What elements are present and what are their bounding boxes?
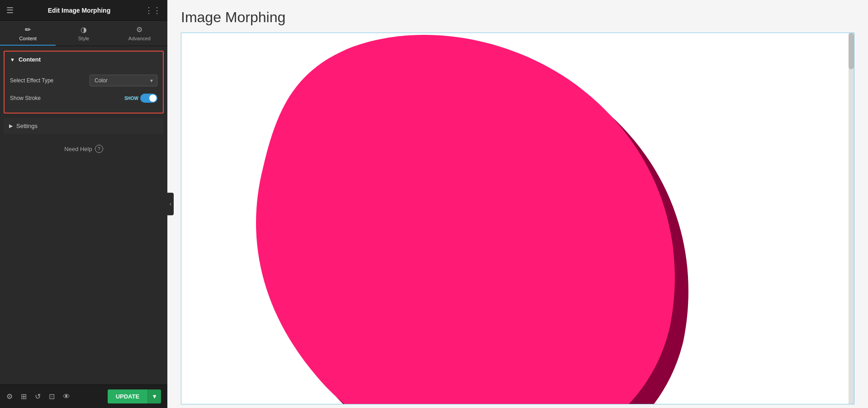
responsive-footer-icon[interactable]: ⊡: [49, 392, 55, 401]
sidebar-header: ☰ Edit Image Morphing ⋮⋮: [0, 0, 167, 21]
content-section-title: Content: [19, 56, 41, 63]
footer-icons-group: ⚙ ⊞ ↺ ⊡ 👁: [6, 392, 70, 401]
content-tab-label: Content: [19, 36, 37, 41]
toggle-show-text: SHOW: [124, 96, 138, 101]
sidebar: ☰ Edit Image Morphing ⋮⋮ ✏ Content ◑ Sty…: [0, 0, 167, 408]
blob-container: [181, 33, 854, 404]
show-stroke-toggle-wrapper: SHOW: [124, 94, 157, 103]
grid-icon[interactable]: ⋮⋮: [145, 5, 161, 15]
main-content: Image Morphing: [167, 0, 868, 408]
select-effect-label: Select Effect Type: [10, 77, 53, 84]
preview-footer-icon[interactable]: 👁: [63, 393, 70, 401]
sidebar-title: Edit Image Morphing: [48, 7, 110, 14]
update-button[interactable]: UPDATE: [108, 389, 147, 403]
tab-style[interactable]: ◑ Style: [56, 21, 111, 46]
content-tab-icon: ✏: [25, 25, 31, 34]
settings-footer-icon[interactable]: ⚙: [6, 392, 13, 401]
settings-section-title: Settings: [16, 123, 38, 129]
tab-content[interactable]: ✏ Content: [0, 21, 56, 46]
canvas-scrollbar[interactable]: [849, 33, 854, 404]
history-footer-icon[interactable]: ↺: [35, 392, 41, 401]
show-stroke-toggle[interactable]: [140, 94, 157, 103]
settings-section-header[interactable]: ▶ Settings: [4, 118, 164, 134]
menu-icon[interactable]: ☰: [6, 5, 14, 15]
settings-section: ▶ Settings: [4, 118, 164, 134]
need-help-section: Need Help ?: [0, 136, 167, 162]
select-effect-dropdown[interactable]: Color Image Gradient: [90, 75, 157, 86]
show-stroke-label: Show Stroke: [10, 95, 41, 101]
sidebar-collapse-handle[interactable]: ‹: [167, 193, 174, 215]
toggle-slider: [140, 94, 157, 103]
sidebar-content: ▼ Content Select Effect Type Color Image…: [0, 46, 167, 384]
sidebar-footer: ⚙ ⊞ ↺ ⊡ 👁 UPDATE ▼: [0, 384, 167, 408]
section-chevron-icon: ▼: [10, 57, 15, 62]
advanced-tab-icon: ⚙: [136, 25, 142, 34]
content-section-body: Select Effect Type Color Image Gradient …: [5, 67, 163, 113]
tab-advanced[interactable]: ⚙ Advanced: [112, 21, 167, 46]
style-tab-label: Style: [78, 36, 89, 41]
blob-main: [256, 35, 675, 404]
advanced-tab-label: Advanced: [128, 36, 151, 41]
content-section: ▼ Content Select Effect Type Color Image…: [4, 51, 164, 114]
blob-svg: [181, 33, 854, 404]
style-tab-icon: ◑: [81, 25, 87, 34]
settings-chevron-icon: ▶: [9, 123, 13, 129]
canvas-scrollbar-thumb[interactable]: [849, 33, 854, 69]
select-effect-wrapper: Color Image Gradient: [90, 75, 157, 86]
canvas-area[interactable]: [181, 33, 854, 404]
update-button-group: UPDATE ▼: [108, 389, 161, 403]
layers-footer-icon[interactable]: ⊞: [21, 392, 27, 401]
update-arrow-button[interactable]: ▼: [147, 389, 161, 403]
tabs-bar: ✏ Content ◑ Style ⚙ Advanced: [0, 21, 167, 46]
page-title: Image Morphing: [167, 0, 868, 33]
content-section-header[interactable]: ▼ Content: [5, 52, 163, 67]
help-icon[interactable]: ?: [95, 145, 103, 153]
select-effect-row: Select Effect Type Color Image Gradient: [10, 71, 157, 90]
need-help-text: Need Help: [64, 146, 92, 152]
show-stroke-row: Show Stroke SHOW: [10, 90, 157, 106]
